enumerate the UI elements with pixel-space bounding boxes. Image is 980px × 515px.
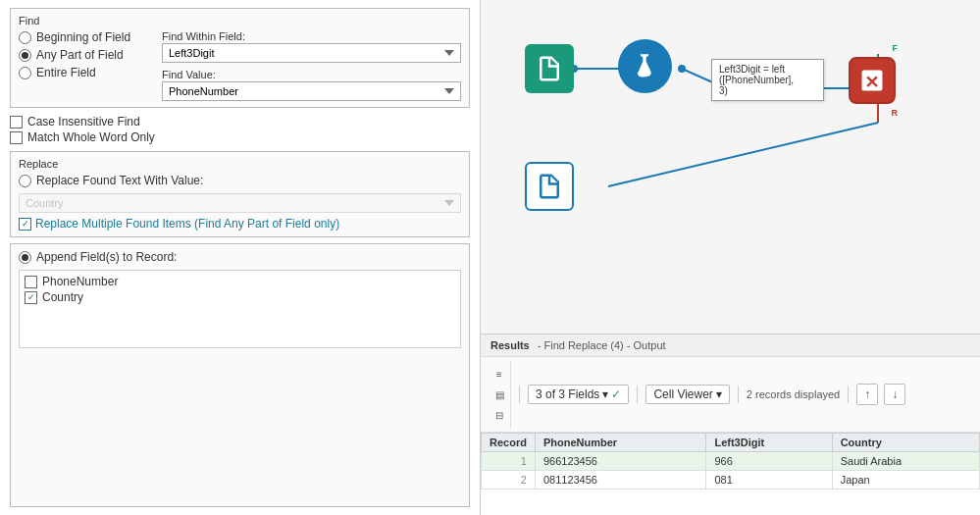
left-side-icons: ≡ ▤ ⊟: [489, 361, 511, 428]
col-phonenumber: PhoneNumber: [535, 434, 706, 452]
table-row[interactable]: 2 081123456 081 Japan: [482, 471, 980, 489]
find-title: Find: [19, 15, 461, 26]
append-radio[interactable]: [19, 251, 31, 264]
radio-entire[interactable]: Entire Field: [19, 66, 146, 79]
fields-count-label: 3 of 3 Fields: [536, 387, 599, 401]
append-title: Append Field(s) to Record:: [19, 250, 461, 264]
cell-left3-2: 081: [706, 471, 832, 489]
match-whole-word-row[interactable]: Match Whole Word Only: [10, 129, 470, 145]
results-header: Results - Find Replace (4) - Output: [481, 335, 980, 357]
radio-any-part-circle[interactable]: [19, 49, 31, 62]
find-value-label: Find Value:: [162, 69, 461, 80]
match-whole-word-checkbox[interactable]: [10, 131, 23, 144]
append-country-checkbox[interactable]: ✓: [25, 291, 37, 304]
scroll-up-button[interactable]: ↑: [856, 384, 878, 405]
radio-any-part[interactable]: Any Part of Field: [19, 48, 146, 62]
toolbar-divider4: [848, 386, 849, 403]
node-flask[interactable]: [618, 39, 672, 93]
append-phonenumber-label: PhoneNumber: [42, 275, 118, 288]
canvas-area[interactable]: Left3Digit = left ([PhoneNumber], 3) F R: [481, 0, 980, 334]
append-list: PhoneNumber ✓ Country: [19, 270, 461, 348]
list-icon[interactable]: ≡: [490, 365, 508, 383]
replace-found-text-row[interactable]: Replace Found Text With Value:: [19, 174, 461, 187]
fields-check-icon: ✓: [611, 387, 621, 401]
append-country-label: Country: [42, 290, 83, 304]
radio-entire-circle[interactable]: [19, 67, 31, 79]
find-within-dropdown[interactable]: Left3Digit: [162, 43, 461, 63]
toolbar-divider1: [519, 386, 520, 403]
cell-record-1: 1: [482, 452, 536, 471]
find-value-dropdown[interactable]: PhoneNumber: [162, 81, 461, 101]
col-country: Country: [832, 434, 979, 452]
cell-viewer-arrow: ▾: [716, 387, 722, 401]
radio-beginning[interactable]: Beginning of Field: [19, 30, 146, 44]
append-section: Append Field(s) to Record: PhoneNumber ✓…: [10, 243, 470, 507]
svg-line-5: [608, 123, 878, 186]
col-record: Record: [482, 434, 536, 452]
data-table: Record PhoneNumber Left3Digit Country 1 …: [481, 433, 980, 489]
case-insensitive-row[interactable]: Case Insensitive Find: [10, 114, 470, 129]
radio-beginning-circle[interactable]: [19, 31, 31, 44]
replace-multiple-label: Replace Multiple Found Items (Find Any P…: [35, 217, 339, 231]
cell-phone-2: 081123456: [535, 471, 706, 489]
filter-icon[interactable]: ▤: [490, 386, 508, 403]
cell-phone-1: 966123456: [535, 452, 706, 471]
replace-title: Replace: [19, 158, 461, 170]
table-header: Record PhoneNumber Left3Digit Country: [482, 434, 980, 452]
col-left3digit: Left3Digit: [706, 434, 832, 452]
cell-viewer-label: Cell Viewer: [653, 387, 712, 401]
radio-beginning-label: Beginning of Field: [36, 30, 130, 44]
replace-multiple-link[interactable]: ✓ Replace Multiple Found Items (Find Any…: [19, 217, 461, 231]
node-book2[interactable]: [525, 162, 574, 211]
workflow-container: Left3Digit = left ([PhoneNumber], 3) F R: [510, 20, 922, 275]
fields-dropdown-arrow: ▾: [602, 387, 608, 401]
find-within-label: Find Within Field:: [162, 30, 461, 42]
right-panel: Left3Digit = left ([PhoneNumber], 3) F R: [481, 0, 980, 515]
fields-count-button[interactable]: 3 of 3 Fields ▾ ✓: [528, 385, 629, 404]
toolbar-divider3: [738, 386, 739, 403]
find-options: Case Insensitive Find Match Whole Word O…: [10, 114, 470, 145]
table-body: 1 966123456 966 Saudi Arabia 2 081123456…: [482, 452, 980, 489]
cell-viewer-button[interactable]: Cell Viewer ▾: [645, 385, 729, 404]
results-subtitle: - Find Replace (4) - Output: [538, 339, 666, 351]
formula-text: Left3Digit = left ([PhoneNumber], 3): [719, 64, 794, 96]
left-panel: Find Beginning of Field Any Part of Fiel…: [0, 0, 481, 515]
case-insensitive-checkbox[interactable]: [10, 116, 23, 129]
toolbar-divider2: [637, 386, 638, 403]
results-panel: Results - Find Replace (4) - Output ≡ ▤ …: [481, 334, 980, 515]
append-item-phonenumber[interactable]: PhoneNumber: [23, 274, 457, 289]
node-book1[interactable]: [525, 44, 574, 93]
scroll-down-button[interactable]: ↓: [884, 384, 905, 405]
table-row[interactable]: 1 966123456 966 Saudi Arabia: [482, 452, 980, 471]
append-item-country[interactable]: ✓ Country: [23, 289, 457, 305]
append-title-label: Append Field(s) to Record:: [36, 250, 177, 264]
node-formula-tool[interactable]: F R: [849, 57, 896, 104]
cell-record-2: 2: [482, 471, 536, 489]
replace-multiple-checkbox[interactable]: ✓: [19, 218, 31, 231]
replace-found-text-radio[interactable]: [19, 175, 31, 187]
replace-value-dropdown[interactable]: Country: [19, 193, 461, 213]
records-displayed-label: 2 records displayed: [747, 388, 840, 400]
replace-found-text-label: Replace Found Text With Value:: [36, 174, 203, 187]
cell-country-2: Japan: [832, 471, 979, 489]
results-content: Record PhoneNumber Left3Digit Country 1 …: [481, 433, 980, 515]
cell-left3-1: 966: [706, 452, 832, 471]
radio-entire-label: Entire Field: [36, 66, 96, 79]
cell-country-1: Saudi Arabia: [832, 452, 979, 471]
case-insensitive-label: Case Insensitive Find: [27, 115, 140, 129]
radio-any-part-label: Any Part of Field: [36, 48, 124, 62]
results-toolbar: ≡ ▤ ⊟ 3 of 3 Fields ▾ ✓ Cell Viewer ▾ 2 …: [481, 357, 980, 433]
replace-section: Replace Replace Found Text With Value: C…: [10, 151, 470, 237]
results-table: Record PhoneNumber Left3Digit Country 1 …: [481, 433, 980, 515]
find-radio-group: Beginning of Field Any Part of Field Ent…: [19, 30, 146, 101]
find-dropdowns: Find Within Field: Left3Digit Find Value…: [162, 30, 461, 101]
grid-icon[interactable]: ⊟: [490, 406, 508, 424]
formula-tooltip: Left3Digit = left ([PhoneNumber], 3): [711, 59, 824, 101]
find-section: Find Beginning of Field Any Part of Fiel…: [10, 8, 470, 108]
match-whole-word-label: Match Whole Word Only: [27, 130, 155, 144]
append-phonenumber-checkbox[interactable]: [25, 276, 37, 288]
svg-point-7: [678, 65, 686, 73]
results-title: Results: [490, 339, 530, 351]
